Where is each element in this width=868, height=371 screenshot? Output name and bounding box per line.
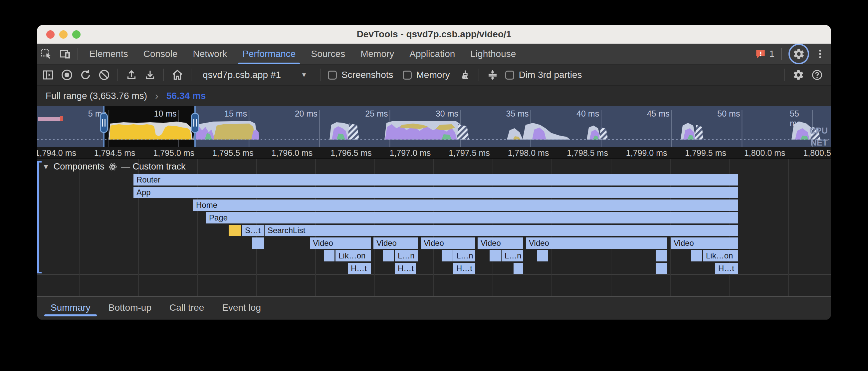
help-button[interactable] (808, 66, 827, 84)
flame-bar[interactable] (490, 250, 501, 261)
bottom-tab-call-tree[interactable]: Call tree (160, 297, 213, 319)
flame-bar[interactable] (656, 250, 667, 261)
flame-bar[interactable] (442, 250, 453, 261)
full-range-crumb[interactable]: Full range (3,653.76 ms) (45, 91, 147, 101)
home-button[interactable] (168, 66, 187, 84)
collect-garbage-button[interactable] (456, 66, 475, 84)
toggle-sidebar-button[interactable] (39, 66, 58, 84)
flame-chart[interactable]: ▼ Components — Custom track RouterAppHom… (37, 159, 831, 297)
reload-icon (80, 69, 92, 81)
dim-3rd-parties-label[interactable]: Dim 3rd parties (519, 69, 582, 80)
tab-console[interactable]: Console (136, 44, 185, 64)
timeline-overview[interactable]: CPU NET 5 ms10 ms15 ms20 ms25 ms30 ms35 … (37, 106, 831, 147)
flame-bar-s-t[interactable]: S…t (242, 225, 264, 236)
tab-memory[interactable]: Memory (353, 44, 402, 64)
divider (78, 48, 78, 60)
tab-sources[interactable]: Sources (303, 44, 353, 64)
load-profile-button[interactable] (122, 66, 141, 84)
memory-checkbox[interactable] (403, 70, 412, 80)
flame-bar-video[interactable]: Video (671, 237, 738, 249)
save-profile-button[interactable] (141, 66, 159, 84)
selected-range-crumb[interactable]: 56.34 ms (166, 91, 206, 101)
track-subtitle: — Custom track (121, 162, 186, 172)
performance-toolbar: qsvd7p.csb.app #1 ▼ Screenshots Memory D… (37, 65, 831, 86)
flame-bar-lik-on[interactable]: Lik…on (336, 250, 371, 261)
dock-panel-icon (42, 69, 54, 81)
time-axis-label: 1,800.5 ms (803, 148, 831, 158)
target-selector[interactable]: qsvd7p.csb.app #1 (203, 69, 281, 80)
overview-tick-label: 20 ms (295, 109, 317, 119)
flame-bar[interactable] (383, 250, 394, 261)
overview-tick-label: 35 ms (506, 109, 529, 119)
flame-bar[interactable] (324, 250, 335, 261)
time-axis-label: 1,794.5 ms (94, 148, 135, 158)
track-header[interactable]: ▼ Components — Custom track (42, 162, 185, 172)
record-and-reload-button[interactable] (76, 66, 95, 84)
kebab-menu-icon[interactable] (814, 48, 826, 60)
tab-performance[interactable]: Performance (235, 44, 303, 64)
time-axis-label: 1,795.5 ms (212, 148, 254, 158)
inspect-element-button[interactable] (37, 45, 56, 63)
flame-bar-video[interactable]: Video (373, 237, 418, 249)
tab-label: Elements (89, 49, 128, 59)
flame-bar[interactable] (229, 225, 241, 236)
flame-bar-page[interactable]: Page (206, 212, 738, 224)
tab-network[interactable]: Network (185, 44, 235, 64)
flame-bar-l-n[interactable]: L…n (502, 250, 523, 261)
flame-bar-h-t[interactable]: H…t (395, 263, 416, 274)
flame-bar-app[interactable]: App (133, 187, 738, 198)
clear-button[interactable] (95, 66, 114, 84)
flame-bar-h-t[interactable]: H…t (348, 263, 371, 274)
bottom-tab-event-log[interactable]: Event log (213, 297, 270, 319)
screenshots-checkbox[interactable] (328, 70, 337, 80)
issues-warning-icon[interactable] (754, 48, 767, 60)
selection-handle-right[interactable] (191, 113, 199, 133)
flame-bar-h-t[interactable]: H…t (453, 263, 475, 274)
memory-label[interactable]: Memory (416, 69, 450, 80)
device-toolbar-button[interactable] (56, 45, 74, 63)
tab-label: Lighthouse (470, 49, 516, 59)
flame-bar-video[interactable]: Video (310, 237, 371, 249)
record-button[interactable] (58, 66, 76, 84)
flame-bar-lik-on[interactable]: Lik…on (703, 250, 738, 261)
collapse-icon (487, 69, 499, 81)
track-selection-bracket (37, 161, 41, 274)
tab-application[interactable]: Application (402, 44, 463, 64)
flame-bar-home[interactable]: Home (193, 199, 738, 211)
chevron-down-icon[interactable]: ▼ (301, 71, 307, 79)
dim-3rd-parties-checkbox[interactable] (505, 70, 514, 80)
flame-bar[interactable] (537, 250, 548, 261)
macos-title-bar: DevTools - qsvd7p.csb.app/video/1 (37, 25, 831, 44)
flame-bar[interactable] (656, 263, 667, 274)
flame-bar-h-t[interactable]: H…t (715, 263, 738, 274)
screenshots-label[interactable]: Screenshots (341, 69, 393, 80)
tab-label: Console (144, 49, 178, 59)
flame-bar-video[interactable]: Video (526, 237, 667, 249)
flame-bar[interactable] (252, 237, 264, 249)
flame-bar[interactable] (691, 250, 702, 261)
flame-bar-video[interactable]: Video (421, 237, 475, 249)
tab-lighthouse[interactable]: Lighthouse (463, 44, 524, 64)
capture-settings-button[interactable] (789, 66, 808, 84)
flame-bar-video[interactable]: Video (477, 237, 523, 249)
overview-tick-label: 50 ms (717, 109, 740, 119)
flame-bar-l-n[interactable]: L…n (395, 250, 418, 261)
issues-count[interactable]: 1 (769, 49, 774, 59)
divider (320, 68, 320, 81)
tab-label: Application (409, 49, 455, 59)
flame-bar-router[interactable]: Router (133, 174, 738, 186)
gear-icon (793, 48, 805, 60)
collapse-sections-button[interactable] (483, 66, 502, 84)
chevron-right-icon: › (155, 90, 158, 102)
selection-handle-left[interactable] (100, 113, 108, 133)
tab-label: Performance (242, 49, 296, 59)
flame-bar-l-n[interactable]: L…n (453, 250, 475, 261)
bottom-tab-bottom-up[interactable]: Bottom-up (99, 297, 160, 319)
settings-button-focused[interactable] (788, 44, 809, 64)
flame-bar[interactable] (514, 263, 523, 274)
tab-elements[interactable]: Elements (82, 44, 136, 64)
flame-bar-searchlist[interactable]: SearchList (265, 225, 738, 236)
bottom-tab-summary[interactable]: Summary (41, 297, 99, 319)
collapse-triangle-icon[interactable]: ▼ (42, 163, 50, 171)
devtools-window: DevTools - qsvd7p.csb.app/video/1 Elemen… (37, 25, 831, 320)
